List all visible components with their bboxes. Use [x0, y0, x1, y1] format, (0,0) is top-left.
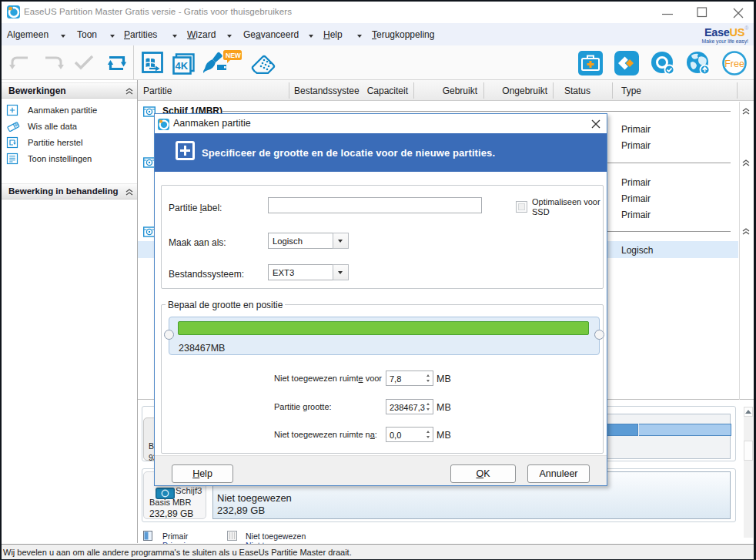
svg-text:Free: Free — [724, 59, 744, 69]
svg-text:4K: 4K — [176, 60, 189, 72]
svg-text:NEW: NEW — [226, 52, 242, 59]
